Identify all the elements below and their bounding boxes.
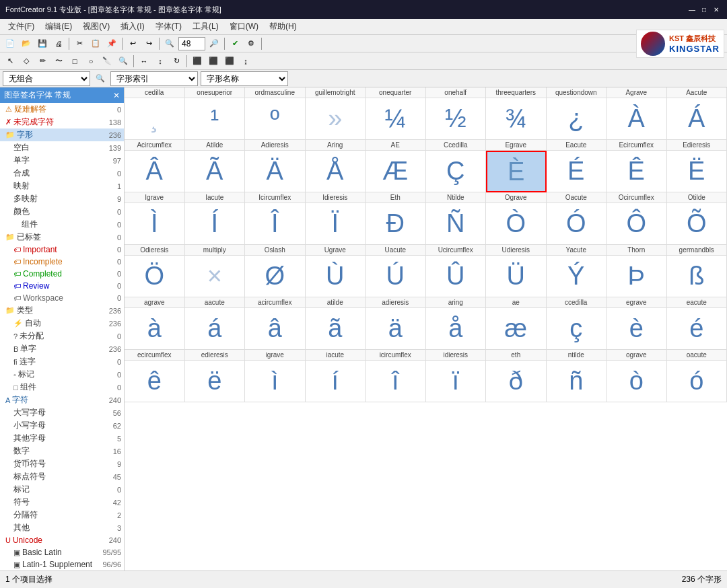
paste-button[interactable]: 📌 [104,36,119,51]
menu-help[interactable]: 帮助(H) [264,20,302,34]
glyph-cell[interactable]: É [547,151,607,192]
tree-item-3[interactable]: 空白139 [0,141,124,154]
glyph-cell[interactable]: â [245,308,306,350]
glyph-cell[interactable]: Â [125,151,185,192]
glyph-cell[interactable]: è [607,308,667,350]
open-button[interactable]: 📂 [19,36,34,51]
align-right-button[interactable]: ⬛ [222,54,237,69]
rotate-button[interactable]: ↻ [169,54,184,69]
tree-item-18[interactable]: ?未分配0 [0,330,124,342]
glyph-cell[interactable]: æ [486,308,547,350]
glyph-cell[interactable]: × [185,256,246,297]
tree-item-33[interactable]: 其他3 [0,521,124,534]
menu-window[interactable]: 窗口(W) [224,20,264,34]
menu-insert[interactable]: 插入(I) [115,20,149,34]
tree-item-10[interactable]: 📁已标签0 [0,231,124,244]
glyph-cell[interactable]: Û [426,256,487,297]
glyph-cell[interactable]: Ú [366,256,426,297]
close-button[interactable]: ✕ [711,4,722,15]
glyph-cell[interactable]: ð [486,361,547,402]
glyph-cell[interactable]: ¼ [366,98,426,140]
zoom-tool[interactable]: 🔍 [116,54,131,69]
tree-item-22[interactable]: □组件0 [0,381,124,394]
group-select[interactable]: 无组合 [3,71,90,86]
glyph-cell[interactable]: é [667,308,728,350]
glyph-cell[interactable]: ó [667,361,728,402]
tree-item-11[interactable]: 🏷Important0 [0,244,124,256]
redo-button[interactable]: ↪ [141,36,156,51]
save-button[interactable]: 💾 [35,36,50,51]
glyph-cell[interactable]: à [125,308,185,350]
tree-item-19[interactable]: B单字236 [0,342,124,355]
tree-item-2[interactable]: 📁字形236 [0,128,124,141]
tree-item-6[interactable]: 映射1 [0,180,124,192]
zoom-out-button[interactable]: 🔎 [207,36,221,51]
tree-item-29[interactable]: 标点符号45 [0,470,124,483]
menu-font[interactable]: 字体(T) [150,20,187,34]
glyph-cell[interactable]: Ñ [426,203,487,245]
tree-item-5[interactable]: 合成0 [0,167,124,180]
glyph-cell[interactable]: ò [607,361,667,402]
tree-item-35[interactable]: ▣Basic Latin95/95 [0,546,124,558]
metrics-button[interactable]: ↨ [238,54,253,69]
glyph-cell[interactable]: Æ [366,151,426,192]
copy-button[interactable]: 📋 [88,36,103,51]
glyph-cell[interactable]: ¾ [486,98,547,140]
maximize-button[interactable]: □ [699,4,709,15]
glyph-cell[interactable]: ½ [426,98,487,140]
knife-tool[interactable]: 🔪 [100,54,114,69]
tree-item-27[interactable]: 数字16 [0,445,124,457]
glyph-cell[interactable]: ï [426,361,487,402]
tree-item-15[interactable]: 🏷Workspace0 [0,292,124,304]
rect-tool[interactable]: □ [67,54,82,69]
tree-item-8[interactable]: 颜色0 [0,205,124,218]
tree-item-31[interactable]: 符号42 [0,496,124,509]
tree-item-1[interactable]: ✗未完成字符138 [0,116,124,128]
glyph-cell[interactable]: á [185,308,246,350]
group-search-button[interactable]: 🔍 [93,71,108,86]
tree-item-9[interactable]: 组件0 [0,218,124,231]
glyph-cell[interactable]: Î [245,203,306,245]
undo-button[interactable]: ↩ [125,36,140,51]
tree-item-16[interactable]: 📁类型236 [0,304,124,317]
tree-item-7[interactable]: 多映射9 [0,192,124,205]
tree-item-26[interactable]: 其他字母5 [0,432,124,445]
panel-close-button[interactable]: ✕ [113,91,120,100]
glyph-cell[interactable]: Ô [607,203,667,245]
tree-item-25[interactable]: 小写字母62 [0,419,124,432]
tree-item-17[interactable]: ⚡自动236 [0,317,124,330]
tree-item-24[interactable]: 大写字母56 [0,406,124,419]
glyph-cell[interactable]: Ä [245,151,306,192]
tree-item-21[interactable]: ◦标记0 [0,368,124,381]
glyph-cell[interactable]: í [306,361,366,402]
glyph-cell[interactable]: À [607,98,667,140]
glyph-cell[interactable]: Ø [245,256,306,297]
glyph-cell[interactable]: Þ [607,256,667,297]
tree-item-4[interactable]: 单字97 [0,154,124,167]
tree-item-12[interactable]: 🏷Incomplete0 [0,256,124,268]
zoom-input[interactable] [178,37,205,50]
align-center-button[interactable]: ⬛ [206,54,221,69]
glyph-cell[interactable]: Ò [486,203,547,245]
glyph-cell[interactable]: î [366,361,426,402]
glyph-cell[interactable]: Ï [306,203,366,245]
glyph-cell[interactable]: Ç [426,151,487,192]
tree-item-36[interactable]: ▣Latin-1 Supplement96/96 [0,558,124,571]
validate-button[interactable]: ✔ [228,36,242,51]
pen-tool[interactable]: ✏ [35,54,50,69]
glyph-cell[interactable]: Ë [667,151,728,192]
glyph-cell[interactable]: Ó [547,203,607,245]
tree-item-28[interactable]: 货币符号9 [0,457,124,470]
print-button[interactable]: 🖨 [51,36,66,51]
tree-item-20[interactable]: fi连字0 [0,355,124,368]
glyph-cell[interactable]: ì [245,361,306,402]
glyph-cell[interactable]: Ê [607,151,667,192]
minimize-button[interactable]: — [687,4,697,15]
tree-item-0[interactable]: ⚠疑难解答0 [0,103,124,116]
glyph-cell[interactable]: Ã [185,151,246,192]
glyph-cell[interactable]: Ù [306,256,366,297]
name-select[interactable]: 字形名称 [201,71,288,86]
tree-item-14[interactable]: 🏷Review0 [0,280,124,292]
glyph-cell[interactable]: Ü [486,256,547,297]
glyph-cell[interactable]: Í [185,203,246,245]
